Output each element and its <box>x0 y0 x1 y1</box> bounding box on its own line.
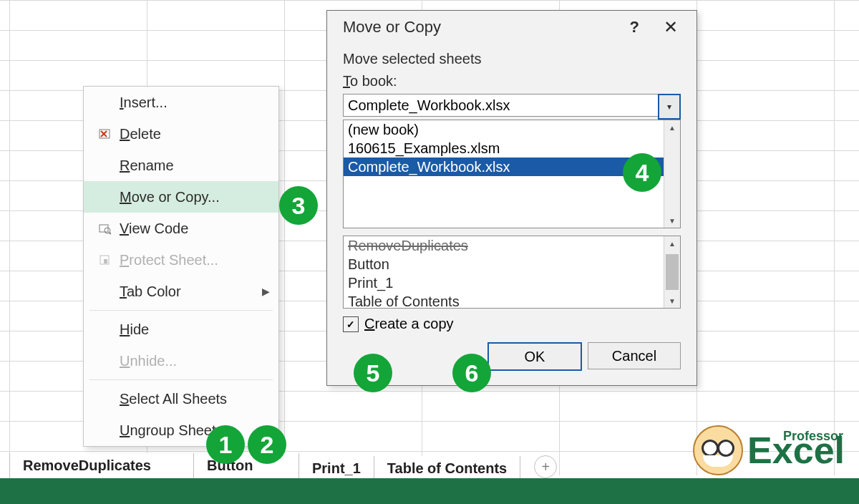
ctx-unhide: Unhide... <box>84 345 278 377</box>
before-sheet-button[interactable]: Button <box>344 255 664 273</box>
scroll-thumb[interactable] <box>666 254 679 290</box>
ctx-protect-sheet: Protect Sheet... <box>84 244 278 276</box>
before-sheet-toc[interactable]: Table of Contents <box>344 292 664 308</box>
create-copy-checkbox[interactable]: ✓ Create a copy <box>343 316 681 332</box>
protect-icon <box>94 253 115 266</box>
professor-face-icon <box>693 425 743 475</box>
ctx-view-code[interactable]: View Code <box>84 213 278 244</box>
new-sheet-button[interactable]: + <box>534 455 557 478</box>
before-sheet-print1[interactable]: Print_1 <box>344 273 664 292</box>
book-option-new[interactable]: (new book) <box>344 120 664 139</box>
dialog-subtitle: Move selected sheets <box>343 51 681 67</box>
scroll-up-icon[interactable]: ▲ <box>664 236 680 251</box>
delete-icon <box>94 127 115 140</box>
to-book-combo[interactable]: ▾ <box>343 94 681 120</box>
svg-point-4 <box>105 228 110 233</box>
scroll-up-icon[interactable]: ▲ <box>664 120 680 135</box>
svg-rect-3 <box>100 225 108 232</box>
ctx-select-all-sheets[interactable]: Select All Sheets <box>84 383 278 415</box>
ctx-insert[interactable]: Insert... <box>84 87 278 118</box>
book-option-complete[interactable]: Complete_Workbook.xlsx <box>344 158 664 176</box>
sheet-context-menu: Insert... Delete Rename Move or Copy... … <box>83 86 279 447</box>
scroll-down-icon[interactable]: ▼ <box>664 213 680 228</box>
cancel-button[interactable]: Cancel <box>588 342 681 369</box>
view-code-icon <box>94 222 115 235</box>
ok-button[interactable]: OK <box>487 342 582 371</box>
scroll-down-icon[interactable]: ▼ <box>664 294 680 308</box>
step-badge-1: 1 <box>206 425 245 464</box>
listbox-scrollbar-2[interactable]: ▲ ▼ <box>664 236 680 308</box>
ctx-hide[interactable]: Hide <box>84 314 278 345</box>
combo-drop-button[interactable]: ▾ <box>658 94 681 120</box>
listbox-scrollbar[interactable]: ▲ ▼ <box>664 120 680 228</box>
svg-rect-7 <box>104 259 107 263</box>
step-badge-6: 6 <box>452 354 491 392</box>
close-button[interactable]: ✕ <box>664 17 678 37</box>
professor-excel-logo: Professor Excel <box>693 425 845 475</box>
to-book-input[interactable] <box>343 94 658 117</box>
step-badge-2: 2 <box>248 425 286 464</box>
ctx-separator <box>89 379 273 380</box>
dialog-title: Move or Copy <box>343 18 441 37</box>
sheet-tab-print1[interactable]: Print_1 <box>299 456 374 481</box>
move-or-copy-dialog: Move or Copy ? ✕ Move selected sheets To… <box>326 10 697 386</box>
before-sheet-listbox[interactable]: RemoveDuplicates Button Print_1 Table of… <box>343 236 681 309</box>
checkbox-icon: ✓ <box>343 316 359 332</box>
ctx-tab-color[interactable]: Tab Color▶ <box>84 276 278 307</box>
chevron-down-icon: ▾ <box>667 102 671 112</box>
before-sheet-removeduplicates[interactable]: RemoveDuplicates <box>344 236 664 255</box>
to-book-label: To book: <box>343 73 681 89</box>
ctx-delete[interactable]: Delete <box>84 118 278 150</box>
ctx-rename[interactable]: Rename <box>84 150 278 181</box>
sheet-tab-removeduplicates[interactable]: RemoveDuplicates <box>9 453 194 481</box>
sheet-tab-button[interactable]: Button <box>193 453 299 481</box>
status-bar <box>0 478 859 504</box>
step-badge-3: 3 <box>279 186 318 225</box>
ctx-move-or-copy[interactable]: Move or Copy... <box>84 181 278 213</box>
help-button[interactable]: ? <box>630 18 639 37</box>
logo-top-text: Professor <box>783 429 843 444</box>
sheet-tab-toc[interactable]: Table of Contents <box>374 456 520 481</box>
svg-line-5 <box>110 233 111 234</box>
submenu-arrow-icon: ▶ <box>262 286 270 297</box>
ctx-separator <box>89 310 273 311</box>
step-badge-5: 5 <box>354 354 392 392</box>
step-badge-4: 4 <box>623 153 661 192</box>
book-option-examples[interactable]: 160615_Examples.xlsm <box>344 139 664 158</box>
